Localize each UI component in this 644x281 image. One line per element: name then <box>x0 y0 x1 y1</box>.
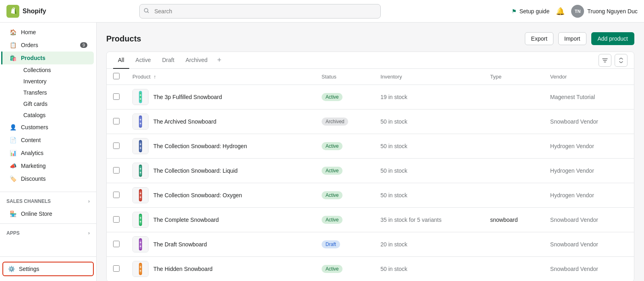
row-checkbox[interactable] <box>113 265 120 272</box>
sidebar-item-marketing[interactable]: 📣 Marketing <box>2 159 94 172</box>
setup-guide-label: Setup guide <box>519 8 549 14</box>
sidebar-orders-label: Orders <box>21 42 38 48</box>
search-input[interactable] <box>139 4 381 19</box>
inventory-value: 50 in stock <box>374 183 484 208</box>
select-all-checkbox[interactable] <box>113 73 120 79</box>
sidebar-item-gift-cards[interactable]: Gift cards <box>19 98 96 110</box>
type-value: snowboard <box>484 208 544 232</box>
row-checkbox[interactable] <box>113 216 120 223</box>
status-badge: Active <box>322 265 343 273</box>
notification-bell-icon[interactable]: 🔔 <box>556 7 565 16</box>
avatar: TN <box>571 5 584 18</box>
sidebar-online-store-label: Online Store <box>21 211 52 217</box>
row-checkbox[interactable] <box>113 192 120 198</box>
vendor-value: Snowboard Vendor <box>544 257 634 281</box>
tab-archived[interactable]: Archived <box>181 52 212 69</box>
type-value <box>484 159 544 183</box>
sidebar-item-content[interactable]: 📄 Content <box>2 134 94 147</box>
row-checkbox[interactable] <box>113 93 120 100</box>
row-checkbox[interactable] <box>113 118 120 124</box>
tab-all[interactable]: All <box>113 52 129 69</box>
setup-guide-btn[interactable]: ⚑ Setup guide <box>512 8 549 14</box>
svg-point-26 <box>140 196 141 198</box>
inventory-value: 50 in stock <box>374 134 484 159</box>
inventory-value: 50 in stock <box>374 159 484 183</box>
col-product: Product ↑ <box>126 69 315 85</box>
svg-point-5 <box>140 94 141 96</box>
sidebar-item-discounts[interactable]: 🏷️ Discounts <box>2 172 94 185</box>
svg-point-6 <box>140 98 141 100</box>
vendor-value: Hydrogen Vendor <box>544 159 634 183</box>
product-name[interactable]: The Complete Snowboard <box>153 217 219 223</box>
svg-point-15 <box>140 143 141 145</box>
sidebar-home-label: Home <box>21 29 36 35</box>
apps-label: Apps › <box>0 227 96 239</box>
orders-badge: 9 <box>80 42 87 48</box>
table-row: The Hidden SnowboardActive50 in stockSno… <box>107 257 634 281</box>
sidebar-item-products[interactable]: 🛍️ Products <box>1 52 94 64</box>
col-status: Status <box>315 69 374 85</box>
status-badge: Active <box>322 167 343 175</box>
products-table-card: All Active Draft Archived + <box>106 52 634 281</box>
type-value <box>484 257 544 281</box>
product-name[interactable]: The 3p Fulfilled Snowboard <box>153 94 222 100</box>
product-name[interactable]: The Collection Snowboard: Hydrogen <box>153 143 247 149</box>
table-row: The Draft SnowboardDraft20 in stockSnowb… <box>107 232 634 257</box>
add-tab-button[interactable]: + <box>214 52 225 68</box>
tab-draft[interactable]: Draft <box>157 52 179 69</box>
analytics-icon: 📊 <box>9 150 17 156</box>
import-button[interactable]: Import <box>558 32 586 45</box>
logo-area: Shopify <box>6 5 71 18</box>
products-table: Product ↑ Status Inventory Type Vendor T <box>107 69 634 281</box>
product-name[interactable]: The Draft Snowboard <box>153 241 207 248</box>
sidebar-item-orders[interactable]: 📋 Orders 9 <box>2 39 94 52</box>
sidebar-item-analytics[interactable]: 📊 Analytics <box>2 147 94 159</box>
status-badge: Active <box>322 142 343 150</box>
sidebar-item-transfers[interactable]: Transfers <box>19 87 96 98</box>
svg-point-35 <box>140 242 141 243</box>
type-value <box>484 85 544 110</box>
sidebar-item-home[interactable]: 🏠 Home <box>2 26 94 39</box>
filter-button[interactable] <box>599 54 611 67</box>
sidebar-content-label: Content <box>21 137 41 143</box>
settings-label: Settings <box>19 266 39 272</box>
product-thumbnail <box>132 261 149 277</box>
status-badge: Draft <box>322 240 340 248</box>
svg-rect-29 <box>140 215 141 225</box>
vendor-value: Snowboard Vendor <box>544 232 634 257</box>
sidebar-item-collections[interactable]: Collections <box>19 64 96 76</box>
product-thumbnail <box>132 114 149 130</box>
products-icon: 🛍️ <box>9 55 17 61</box>
svg-point-31 <box>140 221 141 223</box>
type-value <box>484 232 544 257</box>
sidebar-item-inventory[interactable]: Inventory <box>19 76 96 87</box>
row-checkbox[interactable] <box>113 167 120 174</box>
top-right-area: ⚑ Setup guide 🔔 TN Truong Nguyen Duc <box>512 5 638 18</box>
product-name[interactable]: The Collection Snowboard: Liquid <box>153 167 237 174</box>
product-thumbnail <box>132 236 149 252</box>
sidebar-item-online-store[interactable]: 🏪 Online Store <box>2 207 94 220</box>
sidebar-products-label: Products <box>21 55 45 61</box>
row-checkbox[interactable] <box>113 241 120 247</box>
export-button[interactable]: Export <box>525 32 553 45</box>
orders-icon: 📋 <box>9 42 17 48</box>
tab-active[interactable]: Active <box>131 52 156 69</box>
product-name[interactable]: The Hidden Snowboard <box>153 266 213 272</box>
sort-button[interactable] <box>615 54 627 67</box>
sidebar-item-customers[interactable]: 👤 Customers <box>2 121 94 134</box>
add-product-button[interactable]: Add product <box>591 32 635 45</box>
col-vendor: Vendor <box>544 69 634 85</box>
settings-button[interactable]: ⚙️ Settings <box>2 262 94 276</box>
product-name[interactable]: The Archived Snowboard <box>153 118 216 125</box>
apps-arrow: › <box>88 230 90 236</box>
svg-point-25 <box>140 192 141 194</box>
sidebar-item-catalogs[interactable]: Catalogs <box>19 110 96 121</box>
header-actions: Export Import Add product <box>525 32 634 45</box>
product-name[interactable]: The Collection Snowboard: Oxygen <box>153 192 242 198</box>
svg-point-30 <box>140 217 141 219</box>
svg-rect-14 <box>140 142 141 151</box>
table-row: The Collection Snowboard: LiquidActive50… <box>107 159 634 183</box>
table-row: The Archived SnowboardArchived50 in stoc… <box>107 110 634 134</box>
flag-icon: ⚑ <box>512 8 517 14</box>
row-checkbox[interactable] <box>113 143 120 149</box>
